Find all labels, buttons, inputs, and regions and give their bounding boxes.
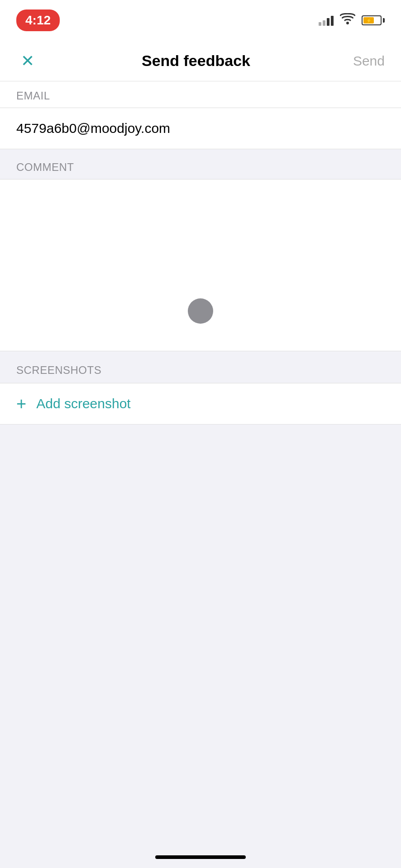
battery-icon: ⚡	[362, 15, 385, 25]
signal-bars-icon	[319, 15, 334, 26]
email-field-row[interactable]: 4579a6b0@moodjoy.com	[0, 108, 401, 149]
comment-label: COMMENT	[16, 161, 74, 173]
send-button[interactable]: Send	[353, 53, 385, 69]
screenshots-label: SCREENSHOTS	[16, 364, 101, 376]
drag-handle	[188, 298, 213, 324]
add-icon: +	[16, 395, 26, 412]
status-icons: ⚡	[319, 13, 385, 28]
comment-section-header: COMMENT	[0, 149, 401, 179]
comment-textarea[interactable]	[0, 179, 401, 351]
status-time: 4:12	[16, 9, 60, 31]
nav-bar: ✕ Send feedback Send	[0, 41, 401, 81]
email-label: EMAIL	[16, 90, 50, 102]
screenshots-section-header: SCREENSHOTS	[0, 351, 401, 383]
wifi-icon	[340, 13, 355, 28]
bottom-area	[0, 425, 401, 777]
svg-point-0	[346, 22, 349, 24]
email-section-header: EMAIL	[0, 81, 401, 108]
status-bar: 4:12 ⚡	[0, 0, 401, 41]
add-screenshot-button[interactable]: + Add screenshot	[0, 383, 401, 425]
close-icon: ✕	[21, 53, 34, 69]
add-screenshot-label: Add screenshot	[36, 396, 130, 411]
page-title: Send feedback	[142, 52, 250, 70]
close-button[interactable]: ✕	[16, 50, 39, 72]
email-value: 4579a6b0@moodjoy.com	[16, 121, 170, 136]
home-indicator	[155, 855, 246, 859]
